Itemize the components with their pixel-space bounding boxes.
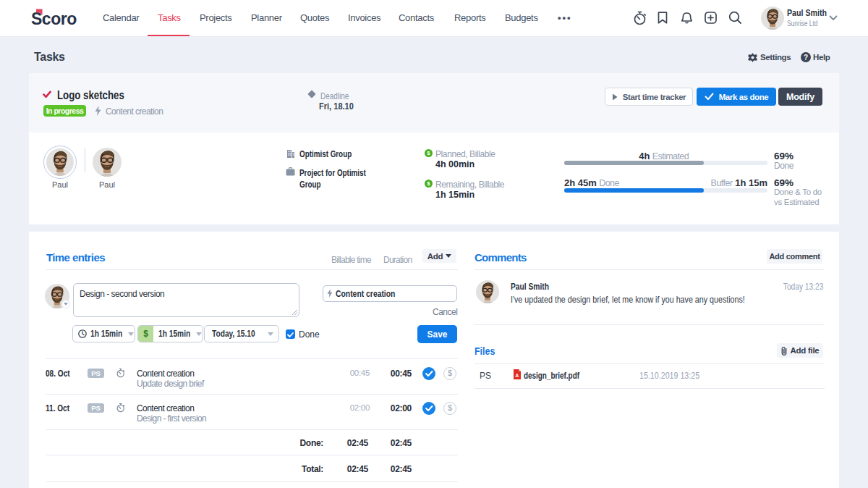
svg-text:?: ?	[804, 54, 808, 62]
svg-text:$: $	[427, 150, 430, 156]
svg-text:A: A	[515, 373, 519, 378]
svg-text:$: $	[427, 180, 430, 187]
